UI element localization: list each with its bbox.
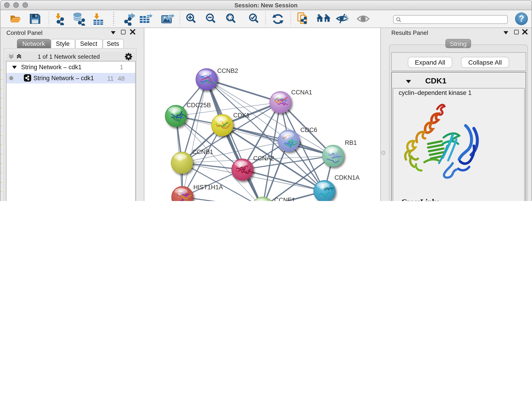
svg-text:CDC6: CDC6 [300,127,317,133]
svg-text:RB1: RB1 [345,139,357,146]
svg-text:CDC25B: CDC25B [186,102,211,109]
svg-text:CCNB1: CCNB1 [192,148,213,155]
svg-text:HIST1H1A: HIST1H1A [193,184,223,191]
svg-text:CCNA1: CCNA1 [291,89,312,96]
svg-text:CCNE1: CCNE1 [274,197,295,201]
svg-text:CDKN1A: CDKN1A [335,174,360,181]
svg-text:CCNA2: CCNA2 [253,155,274,162]
svg-text:CDK1: CDK1 [233,112,250,119]
svg-text:CCNB2: CCNB2 [217,67,238,74]
